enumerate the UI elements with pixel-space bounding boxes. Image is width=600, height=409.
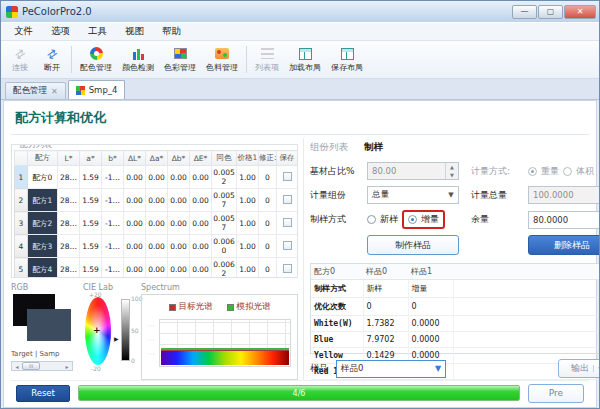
col-correct[interactable]: 修正:: [259, 151, 277, 166]
formula-name-cell[interactable]: 配方3: [28, 235, 58, 258]
a-cell[interactable]: 1.59: [80, 235, 102, 258]
formula-name-cell[interactable]: 配方1: [28, 189, 58, 212]
b-cell[interactable]: -1…: [102, 235, 124, 258]
close-button[interactable]: ✕: [564, 5, 596, 19]
toolbar-list-items[interactable]: 列表项: [250, 46, 284, 74]
base-ratio-stepper[interactable]: 80.00 ▲▼: [367, 162, 459, 180]
split-arrow-icon[interactable]: ▼: [593, 365, 600, 372]
swatch-scrollbar[interactable]: ◂ lll ▸: [11, 361, 73, 371]
formula-row[interactable]: 2配方128…1.59-1…0.000.000.000.000.00571.00…: [15, 189, 298, 212]
tab-component-list[interactable]: 组份列表: [310, 141, 348, 154]
remainder-stepper[interactable]: 80.0000 ▲▼: [528, 211, 600, 229]
tab-close-icon[interactable]: ✕: [51, 87, 58, 96]
menu-file[interactable]: 文件: [5, 23, 42, 40]
metameric-cell[interactable]: 0.0060: [212, 235, 237, 258]
da-cell[interactable]: 0.00: [146, 166, 168, 189]
price-cell[interactable]: 1.00: [237, 212, 259, 235]
save-checkbox[interactable]: [283, 172, 292, 181]
menu-help[interactable]: 帮助: [153, 23, 190, 40]
save-checkbox[interactable]: [283, 264, 292, 273]
de-cell[interactable]: 0.00: [190, 189, 212, 212]
tab-color-match[interactable]: 配色管理 ✕: [5, 82, 66, 99]
col-da[interactable]: Δa*: [146, 151, 168, 166]
increment-radio[interactable]: [408, 215, 417, 224]
col-b[interactable]: b*: [102, 151, 124, 166]
make-sample-button[interactable]: 制作样品: [367, 235, 459, 255]
toolbar-load-layout[interactable]: 加载布局: [284, 46, 326, 74]
correct-cell[interactable]: 0: [259, 212, 277, 235]
formula-name-cell[interactable]: 配方2: [28, 212, 58, 235]
volume-radio[interactable]: [563, 167, 572, 176]
a-cell[interactable]: 1.59: [80, 166, 102, 189]
maximize-button[interactable]: ▢: [538, 5, 563, 19]
db-cell[interactable]: 0.00: [168, 166, 190, 189]
de-cell[interactable]: 0.00: [190, 235, 212, 258]
col-formula0[interactable]: 配方0: [311, 264, 363, 280]
col-formula[interactable]: 配方: [28, 151, 58, 166]
de-cell[interactable]: 0.00: [190, 212, 212, 235]
l-cell[interactable]: 28…: [58, 235, 80, 258]
tab-make-sample[interactable]: 制样: [364, 141, 383, 154]
l-cell[interactable]: 28…: [58, 166, 80, 189]
db-cell[interactable]: 0.00: [168, 258, 190, 279]
correct-cell[interactable]: 0: [259, 258, 277, 279]
correct-cell[interactable]: 0: [259, 189, 277, 212]
row-number[interactable]: 5: [15, 258, 28, 279]
l-cell[interactable]: 28…: [58, 189, 80, 212]
pre-button[interactable]: Pre: [528, 384, 584, 403]
da-cell[interactable]: 0.00: [146, 258, 168, 279]
row-number[interactable]: 3: [15, 212, 28, 235]
metameric-cell[interactable]: 0.0052: [212, 166, 237, 189]
de-cell[interactable]: 0.00: [190, 258, 212, 279]
stepper-arrows-icon[interactable]: ▲▼: [445, 163, 458, 179]
col-de[interactable]: ΔE*: [190, 151, 212, 166]
toolbar-colorant-manage[interactable]: 色料管理: [201, 46, 243, 74]
row-number[interactable]: 4: [15, 235, 28, 258]
toolbar-connect[interactable]: ⇄ 连接: [4, 46, 36, 74]
dl-cell[interactable]: 0.00: [124, 166, 146, 189]
save-checkbox[interactable]: [283, 241, 292, 250]
l-cell[interactable]: 28…: [58, 258, 80, 279]
correct-cell[interactable]: 0: [259, 235, 277, 258]
col-l[interactable]: L*: [58, 151, 80, 166]
toolbar-color-match[interactable]: 配色管理: [75, 46, 117, 74]
col-sample1[interactable]: 样品1: [408, 264, 453, 280]
menu-options[interactable]: 选项: [42, 23, 79, 40]
db-cell[interactable]: 0.00: [168, 212, 190, 235]
scroll-left-icon[interactable]: ◂: [12, 363, 22, 370]
col-save[interactable]: 保存: [277, 151, 298, 166]
col-dl[interactable]: ΔL*: [124, 151, 146, 166]
formula-row[interactable]: 4配方328…1.59-1…0.000.000.000.000.00601.00…: [15, 235, 298, 258]
save-checkbox[interactable]: [283, 195, 292, 204]
sample-row[interactable]: White(W)1.73820.0000: [311, 316, 600, 332]
de-cell[interactable]: 0.00: [190, 166, 212, 189]
sample-row[interactable]: 优化次数00: [311, 298, 600, 316]
metameric-cell[interactable]: 0.0057: [212, 212, 237, 235]
lightness-bar[interactable]: [121, 299, 130, 361]
new-sample-radio[interactable]: [367, 215, 376, 224]
formula-name-cell[interactable]: 配方4: [28, 258, 58, 279]
col-price[interactable]: 价格1: [237, 151, 259, 166]
price-cell[interactable]: 1.00: [237, 258, 259, 279]
metameric-cell[interactable]: 0.0057: [212, 189, 237, 212]
formula-row[interactable]: 5配方428…1.59-1…0.000.000.000.000.00621.00…: [15, 258, 298, 279]
price-cell[interactable]: 1.00: [237, 235, 259, 258]
tab-smp4[interactable]: Smp_4: [68, 80, 126, 99]
scroll-thumb[interactable]: lll: [22, 362, 40, 370]
correct-cell[interactable]: 0: [259, 166, 277, 189]
dl-cell[interactable]: 0.00: [124, 258, 146, 279]
formula-name-cell[interactable]: 配方0: [28, 166, 58, 189]
da-cell[interactable]: 0.00: [146, 235, 168, 258]
b-cell[interactable]: -1…: [102, 166, 124, 189]
col-metameric[interactable]: 同色: [212, 151, 237, 166]
dl-cell[interactable]: 0.00: [124, 212, 146, 235]
weight-radio[interactable]: [528, 167, 537, 176]
row-number[interactable]: 1: [15, 166, 28, 189]
price-cell[interactable]: 1.00: [237, 189, 259, 212]
reset-button[interactable]: Reset: [16, 385, 70, 402]
a-cell[interactable]: 1.59: [80, 212, 102, 235]
dl-cell[interactable]: 0.00: [124, 235, 146, 258]
b-cell[interactable]: -1…: [102, 189, 124, 212]
toolbar-color-manage[interactable]: 色彩管理: [159, 46, 201, 74]
sample-select[interactable]: 样品0 ▼: [336, 360, 446, 378]
